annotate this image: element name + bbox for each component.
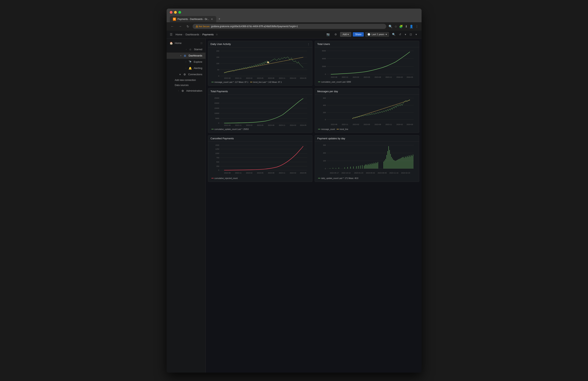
more-button[interactable]: ▾ — [414, 32, 419, 37]
svg-text:2023-11: 2023-11 — [385, 124, 392, 126]
new-tab-button[interactable]: + — [216, 16, 223, 22]
svg-text:0: 0 — [218, 122, 219, 124]
profile-icon[interactable]: 👤 — [409, 25, 413, 28]
panel-header-daily-user-activity: Daily User Activity ⋮ — [208, 41, 312, 47]
svg-rect-160 — [405, 156, 405, 169]
address-bar[interactable]: ! Not Secure grafana.grakovne.org/d/be3c… — [193, 24, 386, 29]
close-button[interactable] — [170, 11, 172, 14]
minimize-button[interactable] — [174, 11, 177, 14]
kiosk-button[interactable]: ⊡ — [408, 32, 414, 37]
svg-text:2023-05: 2023-05 — [257, 77, 263, 79]
svg-text:2024-02: 2024-02 — [290, 77, 296, 79]
extensions-icon[interactable]: 🧩 — [399, 25, 403, 28]
time-range-picker[interactable]: 🕐 Last 2 years ▾ — [365, 32, 389, 37]
zoom-out-button[interactable]: 🔍 — [391, 32, 397, 37]
panel-body-total-payments: 25000 20000 15000 10000 5000 0 2022-08 2… — [208, 95, 312, 133]
breadcrumb-home[interactable]: Home — [176, 33, 183, 36]
legend-label-trend-line: trend_line Last *: 142 Mean: 87.1 — [253, 81, 282, 83]
legend-label-cumulative-user: cumulative_user_count Last: 6899 — [321, 81, 351, 83]
sidebar-item-dashboards[interactable]: › ⊞ Dashboards — [167, 53, 206, 59]
sidebar-item-administration[interactable]: › ⚙ Administration — [167, 88, 206, 94]
svg-text:2024-02-23: 2024-02-23 — [401, 172, 410, 174]
legend-label-rejected: cumulative_rejected_count — [214, 177, 238, 179]
forward-button[interactable]: → — [178, 24, 183, 29]
breadcrumb-dashboards[interactable]: Dashboards — [186, 33, 199, 36]
svg-text:2000: 2000 — [322, 65, 326, 67]
svg-rect-154 — [399, 159, 399, 169]
panel-payment-updates: Payment updates by day 300 200 100 — [315, 135, 419, 182]
legend-color-msg-count — [318, 129, 320, 129]
add-connection-label: Add new connection — [175, 79, 196, 82]
svg-rect-117 — [350, 167, 351, 169]
svg-rect-147 — [392, 158, 393, 169]
legend-color-cumulative-user — [318, 82, 320, 82]
svg-rect-113 — [336, 168, 336, 169]
browser-titlebar: G Payments - Dashboards - Gr... ✕ + — [167, 9, 421, 22]
active-tab[interactable]: G Payments - Dashboards - Gr... ✕ — [170, 16, 216, 22]
tab-close-button[interactable]: ✕ — [211, 18, 213, 21]
svg-rect-132 — [373, 164, 373, 169]
add-button[interactable]: Add ▾ — [340, 32, 351, 37]
sidebar-item-add-connection[interactable]: Add new connection — [175, 78, 206, 83]
zoom-controls: 🔍 ↺ ▾ ⊡ ▾ — [391, 32, 419, 37]
tab-favicon: G — [173, 18, 176, 21]
svg-text:2023-02: 2023-02 — [246, 124, 252, 126]
not-secure-text: Not Secure — [199, 25, 210, 27]
svg-text:150: 150 — [216, 56, 219, 58]
refresh-button[interactable]: ↺ — [397, 32, 403, 37]
svg-rect-119 — [356, 166, 357, 169]
svg-text:2024-05: 2024-05 — [300, 77, 306, 79]
svg-rect-134 — [375, 164, 375, 169]
back-button[interactable]: ← — [170, 24, 175, 29]
sidebar-item-alerting[interactable]: › 🔔 Alerting — [167, 65, 206, 71]
share-button[interactable]: Share — [353, 32, 364, 37]
svg-rect-168 — [413, 154, 413, 169]
menu-icon[interactable]: ⋮ — [415, 25, 419, 28]
dashboards-icon: ⊞ — [183, 54, 187, 57]
panel-menu-daily-user-activity[interactable]: ⋮ — [307, 42, 310, 46]
panel-daily-user-activity: Daily User Activity ⋮ — [208, 41, 313, 86]
svg-rect-159 — [404, 158, 404, 169]
sidebar-item-connections[interactable]: ∨ ⚙ Connections — [167, 71, 206, 78]
legend-label-msg-trend: trend_line — [340, 128, 348, 130]
connections-chevron-icon: ∨ — [179, 73, 181, 75]
share-screen-button[interactable]: 📷 — [325, 32, 331, 37]
time-range-chevron: ▾ — [386, 33, 387, 36]
svg-text:750: 750 — [216, 157, 219, 159]
chart-total-users: 6000 4000 2000 0 2022-08 2022-11 2023-02… — [316, 49, 418, 80]
time-range-label: Last 2 years — [372, 33, 384, 36]
bookmark-icon[interactable]: ☆ — [394, 25, 397, 28]
sidebar-item-explore[interactable]: › 🔭 Explore — [167, 59, 206, 65]
svg-text:2023-02: 2023-02 — [246, 172, 252, 174]
svg-point-20 — [267, 62, 269, 63]
breadcrumb-sep2: › — [200, 33, 201, 36]
svg-rect-149 — [394, 160, 395, 169]
svg-text:1250: 1250 — [215, 148, 219, 150]
svg-text:2022-11: 2022-11 — [235, 77, 241, 79]
download-icon[interactable]: ⬇ — [405, 25, 407, 28]
panel-header-payment-updates: Payment updates by day — [315, 135, 419, 142]
refresh-chevron[interactable]: ▾ — [403, 32, 408, 37]
svg-rect-141 — [386, 155, 387, 169]
hamburger-menu[interactable]: ☰ — [170, 33, 172, 36]
legend-messages-per-day: message_count trend_line — [316, 127, 418, 131]
add-label: Add — [343, 33, 347, 36]
search-icon[interactable]: 🔍 — [389, 25, 393, 28]
panel-title-total-users: Total Users — [317, 42, 330, 45]
svg-rect-146 — [391, 157, 392, 169]
favorite-star[interactable]: ☆ — [216, 33, 218, 36]
home-icon: 🏠 — [170, 42, 173, 45]
sidebar-item-home[interactable]: 🏠 Home ◫ — [167, 40, 206, 46]
settings-button[interactable]: ⚙ — [333, 32, 338, 37]
reload-button[interactable]: ↻ — [185, 24, 190, 29]
svg-text:2024-02: 2024-02 — [396, 76, 403, 78]
svg-rect-142 — [387, 151, 388, 169]
legend-item-cumulative-update: cumulative_update_count Last *: 25053 — [211, 128, 249, 130]
sidebar-item-data-sources[interactable]: Data sources — [175, 83, 206, 88]
svg-rect-156 — [401, 158, 401, 169]
svg-rect-151 — [396, 160, 397, 169]
legend-color-trend-line — [250, 82, 252, 82]
maximize-button[interactable] — [178, 11, 181, 14]
sidebar-item-starred[interactable]: › ☆ Starred — [167, 46, 206, 53]
starred-chevron-icon: › — [186, 48, 187, 50]
